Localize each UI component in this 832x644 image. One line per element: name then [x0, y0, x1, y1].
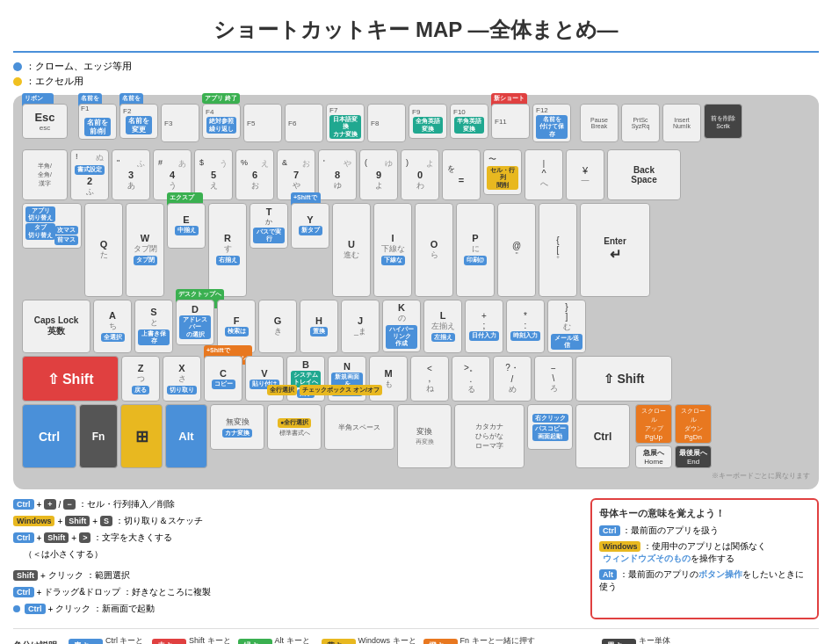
key-8[interactable]: (ゆ 9 よ [359, 149, 398, 199]
key-rightclick[interactable]: 右クリック パスコピー画面起動 [527, 404, 573, 450]
muhenkan-wrap: 無変換 カナ変換 [210, 404, 264, 468]
key-f2[interactable]: F2 名前を変更 [119, 104, 158, 139]
f12-wrap: F12 名前を付けて保存 [532, 104, 571, 142]
legend-yellow: ：エクセル用 [13, 75, 819, 88]
fn-gap1 [70, 104, 76, 142]
key-7[interactable]: 'や 8 ゆ [318, 149, 357, 199]
key-at[interactable]: @ " [497, 203, 536, 297]
key-backslash[interactable]: − \ ろ [534, 356, 573, 402]
key-f11[interactable]: F11 [491, 104, 530, 139]
key-a[interactable]: A ち 全選択 [93, 300, 132, 354]
key-colon[interactable]: * : 時刻入力 [506, 300, 545, 354]
key-e[interactable]: E 中揃え [167, 203, 206, 249]
key-i[interactable]: I 下線な 下線な [373, 203, 412, 297]
key-end[interactable]: 最後展へ End [675, 445, 712, 468]
key-katakana[interactable]: カタカナひらがなローマ字 [454, 404, 525, 468]
key-l[interactable]: L 左揃え 左揃え [423, 300, 462, 354]
key-yen[interactable]: ¥ — [566, 149, 604, 199]
key-tab[interactable]: アプリ切り替え タブ切り替え 次マス 前マス [22, 203, 82, 249]
key-r[interactable]: R す 右揃え [208, 203, 247, 297]
cl-yellow: 黄キー Windows キーと一緒に押す [322, 636, 416, 644]
key-equals[interactable]: 〜 セル・行列間削 [483, 149, 522, 195]
key-h[interactable]: H 置換 [300, 300, 338, 354]
key-s[interactable]: S と 上書き保存 [134, 300, 173, 354]
key-caret[interactable]: | ^ へ [525, 149, 563, 199]
key-pgdn[interactable]: スクロールダウン PgDn [675, 404, 712, 444]
key-o[interactable]: O ら [415, 203, 453, 297]
key-f3[interactable]: F3 [161, 104, 199, 142]
key-d[interactable]: D アドレスバーの選択 [176, 300, 214, 345]
key-space-left[interactable]: ●全行選択 標準書式へ [267, 404, 322, 450]
info-alt: Alt ：最前面のアプリのボタン操作をしたいときに使う [599, 568, 810, 593]
key-f5[interactable]: F5 [243, 104, 282, 142]
key-delete[interactable]: 前を削除Scrlk [704, 104, 742, 139]
keyboard-row-numbers: 半角/全角/漢字 !ぬ 書式設定 2 ふ "ふ 3 あ #あ 4 [22, 149, 810, 199]
key-shift-right[interactable]: ⇧ Shift [575, 356, 672, 402]
key-prtsc[interactable]: PrtScSyzRq [621, 104, 660, 142]
key-muhenkan[interactable]: 無変換 カナ変換 [210, 404, 264, 450]
tab-wrap: アプリ切り替え タブ切り替え 次マス 前マス [22, 203, 82, 297]
key-pgup[interactable]: スクロールアップ PgUp [635, 404, 672, 444]
key-pause[interactable]: PauseBreak [580, 104, 619, 142]
shortcut-1: Ctrl + + / − ：セル・行列挿入／削除 [13, 498, 577, 510]
key-bracket-r[interactable]: } ] む メール送信 [547, 300, 586, 354]
key-f12[interactable]: F12 名前を付けて保存 [532, 104, 571, 142]
key-f6[interactable]: F6 [285, 104, 323, 142]
key-alt-left[interactable]: Alt [165, 404, 207, 468]
key-backspace[interactable]: BackSpace [607, 149, 681, 199]
f4-wrap: アプリ 終了 F4 絶対参照繰り返し [202, 104, 241, 142]
key-capslock[interactable]: Caps Lock英数 [22, 300, 90, 354]
key-y[interactable]: Y 新タブ [291, 203, 329, 249]
key-z[interactable]: Z つ 戻る [121, 356, 160, 402]
key-j[interactable]: J _ま [341, 300, 380, 354]
keyboard: リボン開/クリア Esc esc 名前を前/削 F1 名前を前/削 [13, 95, 819, 489]
k-wrap: K の ハイパーリンク作成 [382, 300, 421, 354]
key-insert[interactable]: InsertNumIk [662, 104, 701, 142]
f7-wrap: F7 日本語変換カナ変換 [326, 104, 365, 142]
key-x[interactable]: X さ 切り取り [163, 356, 201, 402]
key-esc[interactable]: Esc esc [22, 104, 68, 139]
key-2[interactable]: "ふ 3 あ [112, 149, 150, 199]
key-f7[interactable]: F7 日本語変換カナ変換 [326, 104, 365, 142]
key-q[interactable]: Q た [84, 203, 123, 297]
key-f9[interactable]: F9 全角英語変換 [409, 104, 447, 139]
key-w[interactable]: W タブ閉 タブ閉 [126, 203, 164, 297]
key-windows[interactable]: ⊞ [120, 404, 163, 468]
key-f10[interactable]: F10 半角英語変換 [450, 104, 488, 139]
key-home[interactable]: 急展へ Home [635, 445, 672, 468]
key-space-center[interactable]: 半角スペース [324, 404, 394, 450]
key-5[interactable]: %え 6 お [235, 149, 274, 199]
nav-row-top: スクロールアップ PgUp [635, 404, 672, 444]
key-ctrl-right[interactable]: Ctrl [575, 404, 630, 468]
key-g[interactable]: G き [258, 300, 297, 354]
keyboard-note: ※キーボードごとに異なります [22, 471, 810, 481]
key-f8[interactable]: F8 [367, 104, 406, 142]
key-t[interactable]: T か バスで実行 [250, 203, 288, 249]
key-enter[interactable]: Enter ↵ [580, 203, 650, 297]
key-p[interactable]: P に 印刷@ [456, 203, 495, 297]
key-shift-left[interactable]: ⇧ Shift [22, 356, 119, 402]
legend-blue: ：クローム、エッジ等用 [13, 60, 819, 73]
key-c[interactable]: C コピー [204, 356, 242, 402]
key-fn[interactable]: Fn [79, 404, 118, 468]
key-ctrl-left[interactable]: Ctrl [22, 404, 76, 468]
key-bracket-l[interactable]: { [ ° [539, 203, 577, 297]
t-wrap: T か バスで実行 [250, 203, 288, 297]
key-hankaku[interactable]: 半角/全角/漢字 [22, 149, 68, 199]
key-9[interactable]: )よ 0 わ [401, 149, 439, 199]
f10-wrap: F10 半角英語変換 [450, 104, 488, 142]
key-u[interactable]: U 進む [332, 203, 371, 297]
color-legend: 色分け説明 青キー Ctrl キーと一緒に押す 赤キー Shift キーと一緒に… [13, 628, 819, 644]
key-0[interactable]: を = [442, 149, 481, 199]
key-k[interactable]: K の ハイパーリンク作成 [382, 300, 421, 352]
key-henkan[interactable]: 変換 再変換 [397, 404, 452, 468]
nav-row-middle: 急展へ Home [635, 445, 672, 468]
cl-black: 黒キー キー単体を押す [602, 636, 670, 644]
key-f1[interactable]: F1 名前を前/削 [78, 104, 117, 140]
keyboard-row-function: リボン開/クリア Esc esc 名前を前/削 F1 名前を前/削 [22, 104, 810, 142]
info-box: 母体キーの意味を覚えよう！ Ctrl ：最前面のアプリを扱う Windows ：… [590, 498, 819, 619]
key-f4[interactable]: F4 絶対参照繰り返し [202, 104, 241, 139]
legend: ：クローム、エッジ等用 ：エクセル用 [13, 60, 819, 88]
key-1[interactable]: !ぬ 書式設定 2 ふ [70, 149, 109, 199]
key-semicolon[interactable]: + ; 日付入力 [465, 300, 503, 354]
